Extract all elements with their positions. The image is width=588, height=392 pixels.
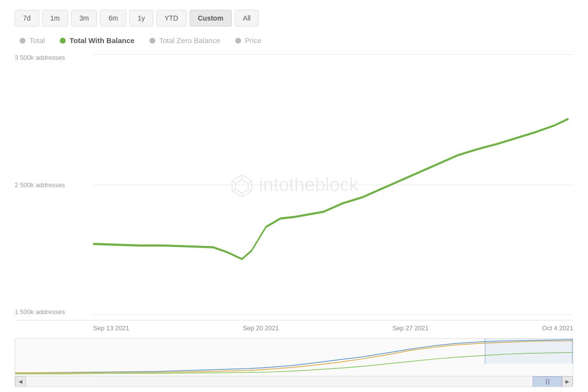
btn-6m[interactable]: 6m xyxy=(100,10,126,26)
nav-scroll-left-button[interactable]: ◀ xyxy=(15,376,26,387)
legend-dot-total-with-balance xyxy=(60,38,66,44)
legend-label-total-zero-balance: Total Zero Balance xyxy=(159,36,220,45)
x-label-oct4: Oct 4 2021 xyxy=(542,324,573,332)
legend-item-total-zero-balance[interactable]: Total Zero Balance xyxy=(149,36,220,45)
legend-dot-total-zero-balance xyxy=(149,38,155,44)
y-label-top: 3 500k addresses xyxy=(15,54,93,61)
btn-1y[interactable]: 1y xyxy=(129,10,153,26)
y-label-mid: 2 500k addresses xyxy=(15,182,93,188)
main-chart-svg xyxy=(93,49,573,320)
chart-legend: Total Total With Balance Total Zero Bala… xyxy=(15,36,573,45)
nav-scroll-track xyxy=(26,376,562,387)
y-axis: 3 500k addresses 2 500k addresses 1 500k… xyxy=(15,49,93,320)
btn-all[interactable]: All xyxy=(235,10,259,26)
time-range-buttons: 7d 1m 3m 6m 1y YTD Custom All xyxy=(15,10,573,26)
chart-wrapper: 3 500k addresses 2 500k addresses 1 500k… xyxy=(15,49,573,387)
legend-label-total: Total xyxy=(29,36,45,45)
nav-scroll-thumb[interactable] xyxy=(533,376,562,387)
legend-dot-price xyxy=(235,38,241,44)
nav-scrollbar: ◀ ▶ xyxy=(15,376,573,387)
nav-selection xyxy=(485,339,573,364)
btn-7d[interactable]: 7d xyxy=(15,10,39,26)
legend-item-total-with-balance[interactable]: Total With Balance xyxy=(60,36,135,45)
legend-label-total-with-balance: Total With Balance xyxy=(70,36,135,45)
legend-dot-total xyxy=(20,38,25,44)
nav-scroll-right-button[interactable]: ▶ xyxy=(562,376,573,387)
x-label-sep20: Sep 20 2021 xyxy=(243,324,279,332)
btn-3m[interactable]: 3m xyxy=(71,10,97,26)
btn-custom[interactable]: Custom xyxy=(190,10,232,26)
main-chart: 3 500k addresses 2 500k addresses 1 500k… xyxy=(15,49,573,320)
x-axis: Sep 13 2021 Sep 20 2021 Sep 27 2021 Oct … xyxy=(15,320,573,336)
main-container: 7d 1m 3m 6m 1y YTD Custom All Total Tota… xyxy=(0,0,588,392)
nav-scroll-handle-2 xyxy=(548,379,549,385)
legend-item-price[interactable]: Price xyxy=(235,36,262,45)
nav-svg-container xyxy=(15,339,573,374)
btn-1m[interactable]: 1m xyxy=(42,10,68,26)
y-label-bot: 1 500k addresses xyxy=(15,309,93,315)
legend-label-price: Price xyxy=(245,36,262,45)
legend-item-total[interactable]: Total xyxy=(20,36,45,45)
nav-scroll-handle-1 xyxy=(546,379,547,385)
chart-svg-container xyxy=(93,49,573,320)
navigator: 2018 2020 ◀ ▶ xyxy=(15,338,573,387)
line-total-with-balance xyxy=(93,119,568,259)
x-label-sep27: Sep 27 2021 xyxy=(392,324,429,332)
btn-ytd[interactable]: YTD xyxy=(156,10,187,26)
x-label-sep13: Sep 13 2021 xyxy=(93,324,129,332)
